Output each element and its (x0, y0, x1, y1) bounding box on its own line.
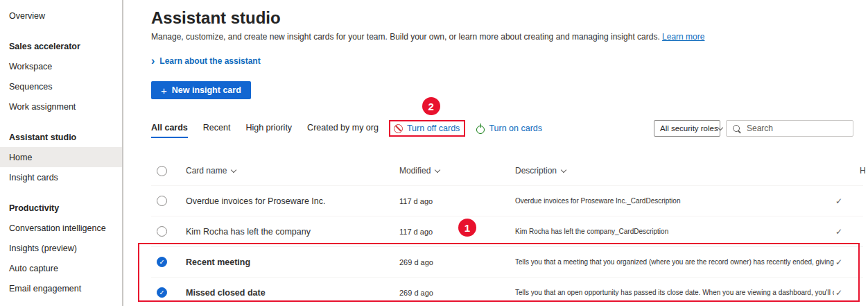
column-header-card-name[interactable]: Card name (186, 166, 399, 176)
new-insight-card-label: New insight card (172, 85, 241, 95)
table-row[interactable]: Kim Rocha has left the company 117 d ago… (151, 216, 863, 246)
card-name[interactable]: Missed closed date (186, 288, 399, 298)
sidebar-item-auto-capture[interactable]: Auto capture (0, 258, 122, 278)
learn-about-label: Learn about the assistant (159, 56, 260, 66)
description-value: Kim Rocha has left the company_CardDescr… (515, 228, 834, 235)
card-name[interactable]: Overdue invoices for Proseware Inc. (186, 196, 399, 206)
turn-on-cards-button[interactable]: Turn on cards (476, 124, 542, 134)
sidebar-item-insight-cards[interactable]: Insight cards (0, 167, 122, 187)
tab-all-cards[interactable]: All cards (151, 119, 188, 138)
card-name[interactable]: Recent meeting (186, 257, 399, 267)
sidebar-heading-sales-accelerator: Sales accelerator (0, 36, 122, 56)
column-header-partial: H (860, 166, 866, 176)
sort-chevron-icon (231, 167, 236, 172)
description-value: Tells you that a meeting that you organi… (515, 258, 834, 266)
plus-icon: + (161, 85, 167, 96)
checkbox-checkmark-icon: ✓ (159, 259, 165, 266)
search-icon (733, 125, 740, 132)
table-row[interactable]: ✓ Recent meeting 269 d ago Tells you tha… (151, 246, 863, 277)
row-checkbox[interactable] (157, 196, 167, 206)
modified-value: 117 d ago (399, 197, 515, 205)
sidebar-item-home[interactable]: Home (0, 147, 122, 167)
annotation-badge-2: 2 (422, 97, 440, 115)
prohibition-icon (394, 124, 403, 133)
modified-value: 117 d ago (399, 228, 515, 236)
page-subtitle: Manage, customize, and create new insigh… (151, 32, 868, 42)
sidebar-item-email-engagement[interactable]: Email engagement (0, 278, 122, 298)
subtitle-text: Manage, customize, and create new insigh… (151, 32, 660, 42)
row-checkbox[interactable] (157, 226, 167, 237)
sidebar: Overview Sales accelerator Workspace Seq… (0, 0, 123, 306)
sort-chevron-icon (561, 167, 566, 172)
status-checkmark-icon: ✓ (835, 257, 842, 267)
chevron-right-icon: › (151, 58, 155, 65)
row-checkbox-checked[interactable]: ✓ (157, 257, 167, 267)
search-input[interactable] (747, 124, 847, 133)
sidebar-heading-assistant-studio: Assistant studio (0, 127, 122, 147)
column-header-modified[interactable]: Modified (399, 166, 515, 176)
search-box[interactable] (726, 120, 853, 137)
learn-about-assistant-toggle[interactable]: › Learn about the assistant (151, 56, 868, 66)
status-checkmark-icon: ✓ (835, 288, 842, 298)
sidebar-item-sequences[interactable]: Sequences (0, 76, 122, 96)
page-title: Assistant studio (151, 8, 868, 28)
column-header-description[interactable]: Description (515, 166, 834, 176)
sidebar-item-insights-preview[interactable]: Insights (preview) (0, 238, 122, 258)
status-checkmark-icon: ✓ (835, 196, 842, 206)
tab-created-by-my-org[interactable]: Created by my org (307, 119, 379, 138)
card-name[interactable]: Kim Rocha has left the company (186, 227, 399, 237)
card-filter-tabbar: All cards Recent High priority Created b… (151, 119, 863, 138)
security-roles-dropdown[interactable]: All security roles (654, 120, 720, 137)
sidebar-item-conversation-intelligence[interactable]: Conversation intelligence (0, 218, 122, 238)
modified-value: 269 d ago (399, 258, 515, 266)
turn-off-cards-button[interactable]: Turn off cards 2 (394, 124, 460, 133)
sidebar-heading-productivity: Productivity (0, 198, 122, 218)
description-value: Overdue invoices for Proseware Inc._Card… (515, 197, 834, 205)
insight-cards-table: Card name Modified Description H Overdue… (151, 156, 863, 306)
table-header-row: Card name Modified Description H (151, 156, 863, 185)
sidebar-item-work-assignment[interactable]: Work assignment (0, 96, 122, 117)
tab-recent[interactable]: Recent (203, 119, 231, 138)
modified-value: 269 d ago (399, 289, 515, 297)
checkbox-checkmark-icon: ✓ (159, 289, 165, 296)
learn-more-link[interactable]: Learn more (662, 32, 704, 42)
turn-on-cards-label: Turn on cards (489, 124, 542, 133)
table-row[interactable]: Overdue invoices for Proseware Inc. 117 … (151, 185, 863, 216)
table-row[interactable]: ✓ Missed closed date 269 d ago Tells you… (151, 277, 863, 306)
power-icon (476, 126, 485, 134)
app-window: Overview Sales accelerator Workspace Seq… (0, 0, 868, 306)
main-content: Assistant studio Manage, customize, and … (123, 0, 868, 306)
tab-high-priority[interactable]: High priority (245, 119, 292, 138)
security-roles-value: All security roles (660, 124, 718, 133)
sidebar-item-overview[interactable]: Overview (0, 6, 122, 26)
status-checkmark-icon: ✓ (835, 227, 842, 237)
list-controls: All security roles (654, 120, 853, 137)
description-value: Tells you that an open opportunity has p… (515, 289, 834, 296)
sidebar-item-workspace[interactable]: Workspace (0, 56, 122, 76)
new-insight-card-button[interactable]: + New insight card (151, 81, 251, 99)
sort-chevron-icon (435, 167, 440, 172)
select-all-checkbox[interactable] (157, 166, 167, 176)
row-checkbox-checked[interactable]: ✓ (157, 287, 167, 298)
turn-off-cards-label: Turn off cards (407, 124, 460, 133)
